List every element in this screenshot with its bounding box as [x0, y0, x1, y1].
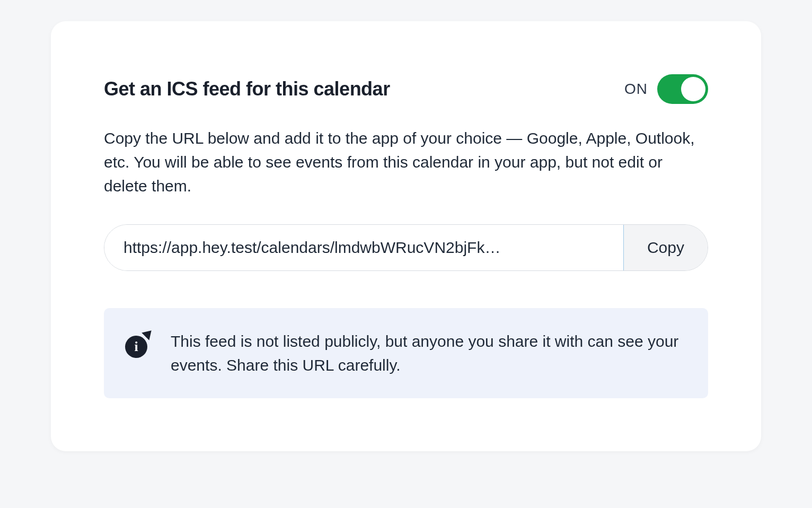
description-text: Copy the URL below and add it to the app… — [104, 126, 708, 198]
info-icon: i — [125, 331, 152, 358]
toggle-state-label: ON — [624, 81, 648, 98]
ics-feed-toggle[interactable] — [657, 74, 708, 104]
ics-url-input[interactable] — [104, 225, 623, 270]
info-text: This feed is not listed publicly, but an… — [171, 329, 687, 377]
toggle-group: ON — [624, 74, 708, 104]
ics-feed-card: Get an ICS feed for this calendar ON Cop… — [51, 21, 761, 451]
toggle-knob — [681, 77, 705, 101]
copy-button[interactable]: Copy — [623, 225, 708, 270]
url-row: Copy — [104, 224, 708, 271]
info-box: i This feed is not listed publicly, but … — [104, 308, 708, 398]
header-row: Get an ICS feed for this calendar ON — [104, 74, 708, 104]
card-title: Get an ICS feed for this calendar — [104, 78, 390, 100]
